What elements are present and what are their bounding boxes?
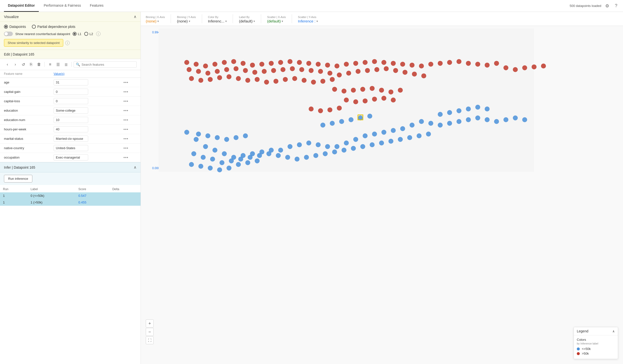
red-data-dot[interactable] [226, 74, 231, 79]
infer-row[interactable]: 1 1 (>50k) 0.455 [0, 199, 141, 206]
red-data-dot[interactable] [389, 89, 394, 94]
align-right-btn[interactable]: ≣ [63, 61, 69, 68]
blue-data-dot[interactable] [285, 155, 290, 160]
red-data-dot[interactable] [328, 107, 333, 112]
blue-data-dot[interactable] [295, 157, 300, 162]
red-data-dot[interactable] [269, 61, 274, 66]
red-data-dot[interactable] [194, 62, 199, 67]
red-data-dot[interactable] [356, 69, 361, 74]
feature-value-input[interactable] [54, 98, 88, 104]
red-data-dot[interactable] [288, 59, 292, 64]
blue-data-dot[interactable] [466, 107, 471, 111]
feature-value-cell[interactable] [50, 144, 120, 153]
blue-data-dot[interactable] [220, 160, 224, 165]
red-data-dot[interactable] [381, 60, 386, 65]
blue-data-dot[interactable] [342, 148, 347, 153]
red-data-dot[interactable] [398, 88, 403, 93]
red-data-dot[interactable] [189, 76, 194, 81]
red-data-dot[interactable] [428, 62, 433, 67]
feature-value-cell[interactable] [50, 125, 120, 134]
l2-radio[interactable]: L2 [84, 32, 93, 36]
red-data-dot[interactable] [271, 68, 276, 73]
red-data-dot[interactable] [302, 78, 307, 83]
feature-value-input[interactable] [54, 154, 88, 161]
blue-data-dot[interactable] [238, 157, 243, 162]
blue-data-dot[interactable] [438, 112, 443, 117]
blue-data-dot[interactable] [198, 164, 203, 169]
blue-data-dot[interactable] [475, 116, 480, 121]
legend-header[interactable]: Legend ∧ [574, 327, 618, 335]
red-data-dot[interactable] [278, 60, 283, 65]
feature-value-cell[interactable] [50, 87, 120, 97]
red-data-dot[interactable] [330, 77, 335, 82]
blue-data-dot[interactable] [184, 130, 189, 135]
red-data-dot[interactable] [328, 71, 333, 76]
blue-data-dot[interactable] [438, 123, 443, 128]
blue-data-dot[interactable] [522, 117, 527, 122]
red-data-dot[interactable] [344, 62, 349, 67]
settings-icon[interactable]: ⚙ [604, 3, 610, 9]
blue-data-dot[interactable] [332, 150, 337, 154]
feature-more-btn[interactable]: ••• [124, 108, 129, 113]
red-data-dot[interactable] [320, 79, 325, 84]
blue-data-dot[interactable] [278, 148, 283, 153]
infer-row[interactable]: 1 0 (<=50k) 0.547 [0, 192, 141, 199]
red-data-dot[interactable] [252, 70, 257, 75]
red-data-dot[interactable] [513, 67, 518, 72]
l-info-icon[interactable]: i [96, 32, 101, 36]
blue-data-dot[interactable] [325, 144, 330, 149]
red-data-dot[interactable] [243, 68, 248, 73]
tab-datapoint-editor[interactable]: Datapoint Editor [4, 0, 39, 12]
blue-data-dot[interactable] [226, 166, 231, 171]
blue-data-dot[interactable] [316, 142, 321, 147]
red-data-dot[interactable] [196, 69, 201, 74]
align-center-btn[interactable]: ☰ [55, 61, 62, 68]
red-data-dot[interactable] [222, 60, 227, 65]
red-data-dot[interactable] [236, 76, 241, 81]
red-data-dot[interactable] [372, 97, 377, 102]
feature-value-input[interactable] [54, 136, 88, 142]
blue-data-dot[interactable] [276, 153, 281, 158]
blue-data-dot[interactable] [215, 135, 220, 140]
blue-data-dot[interactable] [208, 166, 213, 171]
red-data-dot[interactable] [316, 62, 321, 67]
red-data-dot[interactable] [393, 68, 398, 73]
blue-data-dot[interactable] [475, 105, 480, 110]
blue-data-dot[interactable] [367, 114, 372, 119]
blue-data-dot[interactable] [398, 137, 403, 142]
red-data-dot[interactable] [245, 78, 250, 83]
infer-collapse-btn[interactable]: ∧ [134, 165, 137, 170]
red-data-dot[interactable] [198, 78, 203, 83]
blue-data-dot[interactable] [410, 123, 415, 128]
radio-datapoints[interactable]: Datapoints [4, 25, 26, 29]
feature-more-btn[interactable]: ••• [124, 155, 129, 160]
red-data-dot[interactable] [241, 61, 245, 66]
red-data-dot[interactable] [363, 99, 368, 104]
blue-data-dot[interactable] [389, 139, 394, 144]
red-data-dot[interactable] [281, 67, 286, 72]
blue-data-dot[interactable] [457, 119, 462, 124]
feature-value-input[interactable] [54, 79, 88, 86]
blue-data-dot[interactable] [267, 151, 271, 156]
red-data-dot[interactable] [337, 106, 342, 111]
blue-data-dot[interactable] [255, 159, 260, 164]
red-data-dot[interactable] [360, 87, 365, 92]
feature-more-btn[interactable]: ••• [124, 90, 129, 94]
blue-data-dot[interactable] [447, 110, 452, 115]
blue-data-dot[interactable] [407, 135, 412, 140]
similarity-btn[interactable]: Show similarity to selected datapoint [4, 39, 63, 47]
tab-features[interactable]: Features [86, 0, 108, 12]
red-data-dot[interactable] [262, 69, 267, 74]
red-data-dot[interactable] [334, 64, 339, 68]
blue-data-dot[interactable] [320, 123, 325, 128]
blue-data-dot[interactable] [370, 142, 375, 147]
feature-value-cell[interactable] [50, 153, 120, 162]
red-data-dot[interactable] [311, 80, 316, 85]
red-data-dot[interactable] [346, 71, 351, 76]
delete-btn[interactable]: 🗑 [36, 61, 43, 68]
red-data-dot[interactable] [466, 61, 471, 66]
blue-data-dot[interactable] [485, 117, 490, 122]
feature-more-btn[interactable]: ••• [124, 146, 129, 150]
red-data-dot[interactable] [259, 62, 264, 67]
blue-data-dot[interactable] [447, 121, 452, 126]
